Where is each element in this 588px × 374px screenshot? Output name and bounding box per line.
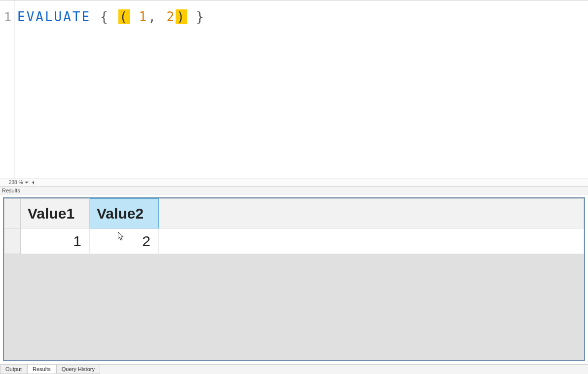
editor-content: 1 EVALUATE { ( 1, 2) } bbox=[0, 0, 588, 178]
grid-data-row[interactable]: 1 2 bbox=[4, 228, 584, 254]
results-grid[interactable]: Value1 Value2 1 2 bbox=[4, 198, 584, 254]
token-keyword: EVALUATE bbox=[17, 9, 91, 24]
grid-corner-cell[interactable] bbox=[4, 199, 21, 228]
cell-value2[interactable]: 2 bbox=[90, 228, 159, 254]
token-comma: , bbox=[148, 9, 157, 24]
cell-value1[interactable]: 1 bbox=[21, 228, 90, 254]
token-brace-close: } bbox=[196, 9, 205, 24]
grid-header-filler bbox=[159, 199, 584, 228]
code-text-area[interactable]: EVALUATE { ( 1, 2) } bbox=[15, 0, 588, 178]
results-panel-title: Results bbox=[2, 187, 20, 193]
zoom-level[interactable]: 238 % bbox=[9, 180, 23, 185]
tab-label-results: Results bbox=[33, 366, 51, 372]
token-paren-close: ) bbox=[176, 9, 187, 24]
grid-header-row: Value1 Value2 bbox=[4, 199, 584, 228]
token-number-2: 2 bbox=[166, 9, 176, 24]
tab-results[interactable]: Results bbox=[27, 365, 56, 374]
editor-footer: 238 % bbox=[0, 178, 588, 186]
token-number-1: 1 bbox=[139, 9, 148, 24]
results-pane: Value1 Value2 1 2 bbox=[0, 194, 588, 364]
scroll-left-icon[interactable] bbox=[32, 181, 34, 185]
column-header-value1[interactable]: Value1 bbox=[21, 199, 90, 228]
tab-output[interactable]: Output bbox=[0, 365, 27, 374]
column-header-value2[interactable]: Value2 bbox=[90, 199, 159, 228]
line-gutter: 1 bbox=[0, 0, 15, 178]
line-number: 1 bbox=[4, 10, 11, 24]
tab-label-output: Output bbox=[5, 366, 22, 372]
tab-label-query-history: Query History bbox=[62, 366, 95, 372]
chevron-down-icon[interactable] bbox=[25, 180, 29, 185]
token-brace-open: { bbox=[100, 9, 110, 24]
bottom-tab-strip: Output Results Query History bbox=[0, 364, 588, 374]
tab-query-history[interactable]: Query History bbox=[56, 365, 100, 374]
grid-row-filler bbox=[159, 228, 584, 254]
row-selector[interactable] bbox=[4, 228, 21, 254]
results-grid-wrapper: Value1 Value2 1 2 bbox=[3, 197, 585, 361]
code-editor-pane: 1 EVALUATE { ( 1, 2) } 238 % bbox=[0, 0, 588, 187]
results-panel-label: Results bbox=[0, 187, 588, 194]
token-paren-open: ( bbox=[118, 9, 130, 24]
